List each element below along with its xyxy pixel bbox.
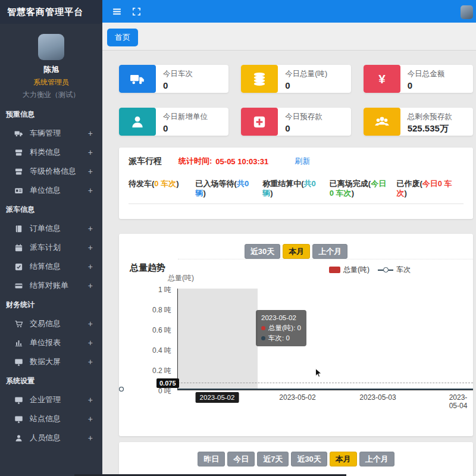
expand-plus-icon[interactable]: + xyxy=(88,433,93,443)
range-button[interactable]: 近30天 xyxy=(291,452,327,466)
trend-chart-card: 近30天 本月 上个月 总量趋势 总量(吨) 车次 xyxy=(119,234,473,436)
expand-plus-icon[interactable]: + xyxy=(88,262,93,271)
dispatch-tab-count: 0 车次 xyxy=(154,179,176,188)
sidebar-nav-item[interactable]: 单位报表 + xyxy=(0,333,102,352)
expand-plus-icon[interactable]: + xyxy=(88,224,93,233)
nav-item-icon xyxy=(14,434,23,443)
gridline xyxy=(178,259,473,259)
nav-section-header: 预重信息 xyxy=(0,105,102,124)
dispatch-tab[interactable]: 称重结算中(共0辆) xyxy=(262,179,330,198)
user-company: 大力衡业（测试） xyxy=(0,90,102,100)
header-avatar[interactable] xyxy=(461,5,473,19)
nav-item-label: 等级价格信息 xyxy=(30,166,76,177)
stat-label: 今日总量(吨) xyxy=(285,69,327,79)
x-axis-line xyxy=(177,390,473,390)
dispatch-tab[interactable]: 已作废(今日0 车次) xyxy=(396,179,464,198)
range-button[interactable]: 昨日 xyxy=(198,452,225,466)
y-tick-label: 0.2 吨 xyxy=(119,366,171,376)
stat-icon xyxy=(119,65,156,93)
sidebar-nav-item[interactable]: 派车计划 + xyxy=(0,238,102,257)
sidebar-nav-item[interactable]: 车辆管理 + xyxy=(0,124,102,143)
y-axis-name: 总量(吨) xyxy=(168,273,194,283)
tooltip-date: 2023-05-02 xyxy=(261,313,301,323)
sidebar-nav-item[interactable]: 等级价格信息 + xyxy=(0,162,102,181)
menu-collapse-icon[interactable] xyxy=(112,7,122,17)
threshold-dashed-line xyxy=(178,383,473,383)
nav-section-header: 派车信息 xyxy=(0,200,102,219)
stat-value: 0 xyxy=(285,123,322,133)
stat-value: 0 xyxy=(163,123,208,133)
legend-item-total[interactable]: 总量(吨) xyxy=(329,265,369,275)
nav-section-header: 财务统计 xyxy=(0,295,102,314)
sidebar-nav-item[interactable]: 站点信息 + xyxy=(0,409,102,428)
nav-item-label: 企业管理 xyxy=(30,394,61,405)
sidebar-nav-item[interactable]: 料类信息 + xyxy=(0,143,102,162)
nav-item-label: 人员信息 xyxy=(30,433,61,443)
expand-plus-icon[interactable]: + xyxy=(88,395,93,405)
nav-item-label: 结算对账单 xyxy=(30,280,68,291)
user-avatar[interactable] xyxy=(38,34,64,60)
sidebar-nav-item[interactable]: 单位信息 + xyxy=(0,181,102,200)
range-button[interactable]: 上个月 xyxy=(359,452,394,466)
range-button[interactable]: 今日 xyxy=(227,452,255,466)
expand-plus-icon[interactable]: + xyxy=(88,129,93,138)
expand-plus-icon[interactable]: + xyxy=(88,243,93,252)
expand-plus-icon[interactable]: + xyxy=(88,281,93,290)
tooltip-row: 总量(吨): 0 xyxy=(261,323,301,333)
x-tick-label: 2023-05-04 xyxy=(449,393,468,410)
expand-plus-icon[interactable]: + xyxy=(88,148,93,157)
dispatch-tab[interactable]: 已入场等待(共0辆) xyxy=(196,179,263,198)
sidebar-nav-item[interactable]: 结算信息 + xyxy=(0,257,102,276)
expand-plus-icon[interactable]: + xyxy=(88,186,93,195)
stat-time-label: 统计时间: xyxy=(178,156,212,167)
nav-item-label: 订单信息 xyxy=(30,223,61,234)
range-button[interactable]: 近7天 xyxy=(257,452,289,466)
expand-plus-icon[interactable]: + xyxy=(88,338,93,347)
stat-label: 今日车次 xyxy=(163,69,193,79)
sidebar-nav: 预重信息 车辆管理 + 料类信息 + xyxy=(0,105,102,447)
sidebar-nav-item[interactable]: 结算对账单 + xyxy=(0,276,102,295)
sidebar-nav-item[interactable]: 企业管理 + xyxy=(0,390,102,409)
fullscreen-icon[interactable] xyxy=(131,7,142,17)
sidebar-nav-item[interactable]: 交易信息 + xyxy=(0,314,102,333)
main-area: 首页 今日车次 0 xyxy=(102,0,476,476)
expand-plus-icon[interactable]: + xyxy=(88,357,93,367)
sidebar-nav-item[interactable]: 数据大屏 + xyxy=(0,352,102,371)
expand-plus-icon[interactable]: + xyxy=(88,167,93,176)
mouse-cursor-icon xyxy=(313,368,324,378)
stat-value: 525.535万 xyxy=(408,123,452,134)
range-button[interactable]: 上个月 xyxy=(312,244,347,259)
range-button[interactable]: 近30天 xyxy=(245,244,280,259)
expand-plus-icon[interactable]: + xyxy=(88,414,93,424)
top-header xyxy=(102,0,476,23)
stat-value: 0 xyxy=(285,80,327,90)
range-button[interactable]: 本月 xyxy=(283,244,310,259)
sidebar-nav-item[interactable]: 订单信息 + xyxy=(0,219,102,238)
dispatch-tab[interactable]: 已离场完成(今日0 车次) xyxy=(330,179,397,198)
nav-item-label: 数据大屏 xyxy=(30,356,61,367)
svg-text:¥: ¥ xyxy=(378,72,386,86)
chart-legend: 总量(吨) 车次 xyxy=(329,265,411,275)
nav-item-icon xyxy=(14,243,23,252)
refresh-link[interactable]: 刷新 xyxy=(295,156,310,167)
tab-home[interactable]: 首页 xyxy=(107,29,138,46)
dispatch-card: 派车行程 统计时间: 05-05 10:03:31 刷新 待发车(0 车次) 已… xyxy=(119,148,473,219)
tooltip-series-dot xyxy=(261,336,265,340)
nav-item-icon xyxy=(14,148,23,157)
stat-label: 今日新增单位 xyxy=(163,112,208,122)
stat-label: 今日预存款 xyxy=(285,112,322,122)
nav-item-label: 站点信息 xyxy=(30,414,61,424)
dispatch-title: 派车行程 xyxy=(129,156,162,167)
app-title: 智慧客商管理平台 xyxy=(0,0,102,24)
y-tick-label: 0.8 吨 xyxy=(119,305,171,315)
sidebar-nav-item[interactable]: 人员信息 + xyxy=(0,428,102,447)
stat-time-value: 05-05 10:03:31 xyxy=(215,157,268,166)
range-button[interactable]: 本月 xyxy=(330,452,357,466)
expand-plus-icon[interactable]: + xyxy=(88,319,93,328)
tab-bar: 首页 xyxy=(102,23,476,51)
dispatch-tab[interactable]: 待发车(0 车次) xyxy=(129,179,196,198)
stat-icon xyxy=(364,108,400,136)
legend-item-trips[interactable]: 车次 xyxy=(378,265,411,275)
nav-item-label: 结算信息 xyxy=(30,261,61,272)
nav-item-icon xyxy=(14,358,23,367)
